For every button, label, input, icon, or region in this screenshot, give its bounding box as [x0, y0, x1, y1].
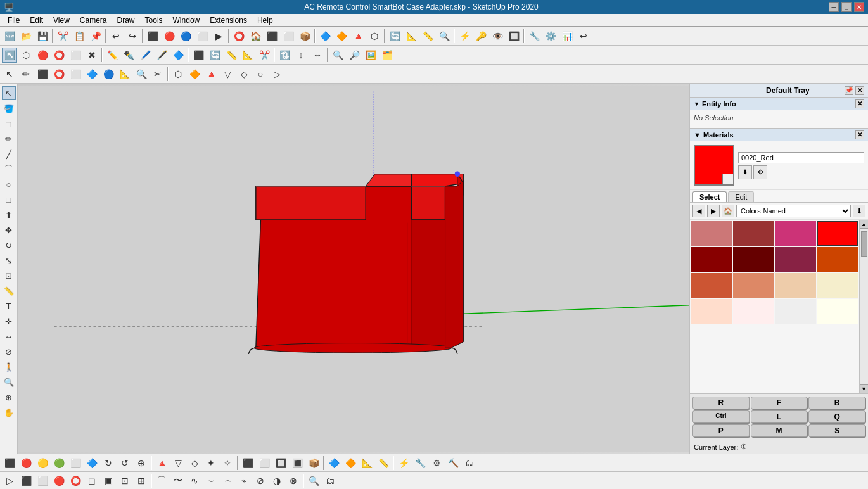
scale-btn[interactable]: ⤡ — [2, 253, 16, 267]
tb1-icon12[interactable]: 🔶 — [334, 29, 349, 44]
btb1-icon21[interactable]: 🔶 — [343, 455, 358, 471]
btb1-icon27[interactable]: 🔨 — [445, 455, 461, 471]
walk-btn[interactable]: 🚶 — [2, 360, 16, 374]
btb2-icon20[interactable]: 🗂 — [322, 473, 338, 488]
tb2-icon2[interactable]: 🔴 — [35, 48, 50, 63]
swatch-7[interactable] — [817, 247, 858, 272]
btb1-icon15[interactable]: ⬛ — [240, 455, 255, 471]
btb1-icon28[interactable]: 🗂 — [462, 455, 477, 471]
tb2-icon1[interactable]: ⬡ — [18, 48, 34, 63]
swatch-2[interactable] — [775, 221, 816, 246]
tb1-icon5[interactable]: ▶ — [211, 29, 226, 44]
tb2-icon17[interactable]: ↕️ — [293, 48, 309, 63]
tb1-icon25[interactable]: 📊 — [559, 29, 575, 44]
tb1-icon17[interactable]: 📏 — [420, 29, 435, 44]
new-btn[interactable]: 🆕 — [2, 29, 17, 44]
redo-btn[interactable]: ↪ — [125, 29, 140, 44]
tb1-icon8[interactable]: ⬛ — [264, 29, 279, 44]
move-btn[interactable]: ✥ — [2, 223, 16, 237]
btb2-icon12[interactable]: ∿ — [187, 473, 202, 488]
swatch-13[interactable] — [733, 299, 774, 324]
menu-draw[interactable]: Draw — [112, 15, 140, 26]
swatch-4[interactable] — [691, 247, 732, 272]
menu-window[interactable]: Window — [168, 15, 205, 26]
btb1-icon22[interactable]: 📐 — [359, 455, 374, 471]
tb3-icon15[interactable]: ◇ — [236, 67, 252, 82]
tb2-icon7[interactable]: ✒️ — [121, 48, 136, 63]
btb2-icon14[interactable]: ⌢ — [220, 473, 235, 488]
btb1-icon3[interactable]: 🟡 — [35, 455, 50, 471]
tb2-icon12[interactable]: 🔄 — [207, 48, 222, 63]
close-button[interactable]: ✕ — [854, 2, 864, 12]
swatch-15[interactable] — [817, 299, 858, 324]
tb2-icon5[interactable]: ✖ — [84, 48, 99, 63]
tb1-icon10[interactable]: 📦 — [297, 29, 312, 44]
pan-btn[interactable]: ✋ — [2, 405, 16, 419]
menu-edit[interactable]: Edit — [25, 15, 48, 26]
btb1-icon6[interactable]: 🔷 — [84, 455, 99, 471]
maximize-button[interactable]: □ — [841, 2, 852, 12]
r-key[interactable]: R — [692, 397, 750, 409]
q-key[interactable]: Q — [808, 410, 865, 423]
btb1-icon9[interactable]: ⊕ — [134, 455, 149, 471]
btb2-icon7[interactable]: ▣ — [101, 473, 116, 488]
tb1-icon3[interactable]: 🔵 — [178, 29, 193, 44]
tb1-icon21[interactable]: 👁️ — [490, 29, 505, 44]
btb2-icon3[interactable]: ⬜ — [35, 473, 50, 488]
tb1-icon13[interactable]: 🔺 — [350, 29, 366, 44]
tray-close-btn[interactable]: ✕ — [855, 86, 864, 95]
tb1-icon15[interactable]: 🔄 — [387, 29, 402, 44]
axis-btn[interactable]: ✛ — [2, 314, 16, 328]
tb1-icon16[interactable]: 📐 — [404, 29, 419, 44]
mat-tab-edit[interactable]: Edit — [728, 191, 754, 202]
btb2-icon19[interactable]: 🔍 — [306, 473, 321, 488]
tb1-icon7[interactable]: 🏠 — [248, 29, 263, 44]
swatch-1[interactable] — [733, 221, 774, 246]
tb1-icon4[interactable]: ⬜ — [195, 29, 210, 44]
swatch-9[interactable] — [733, 273, 774, 298]
tb3-icon4[interactable]: ⭕ — [51, 67, 67, 82]
btb1-icon16[interactable]: ⬜ — [257, 455, 272, 471]
arc-btn[interactable]: ⌒ — [2, 162, 16, 176]
minimize-button[interactable]: ─ — [829, 2, 839, 12]
tb3-icon5[interactable]: ⬜ — [68, 67, 83, 82]
btb2-icon17[interactable]: ◑ — [269, 473, 284, 488]
materials-header[interactable]: ▼ Materials ✕ — [690, 129, 868, 141]
select-tool-btn[interactable]: ↖ — [2, 86, 16, 100]
swatch-0[interactable] — [691, 221, 732, 246]
tb2-icon11[interactable]: ⬛ — [191, 48, 206, 63]
mat-tab-select[interactable]: Select — [692, 191, 727, 202]
p-key[interactable]: P — [692, 424, 750, 437]
entity-close-btn[interactable]: ✕ — [855, 99, 864, 108]
btb1-icon2[interactable]: 🔴 — [18, 455, 34, 471]
entity-info-header[interactable]: ▼ Entity Info ✕ — [690, 98, 868, 110]
l-key[interactable]: L — [751, 410, 808, 423]
btb1-icon12[interactable]: ◇ — [187, 455, 202, 471]
btb2-icon6[interactable]: ◻ — [84, 473, 99, 488]
btb2-icon11[interactable]: 〜 — [170, 473, 186, 488]
orbit-btn[interactable]: ⊕ — [2, 390, 16, 404]
text-btn[interactable]: T — [2, 299, 16, 313]
btb1-icon19[interactable]: 📦 — [306, 455, 321, 471]
btb1-icon18[interactable]: 🔳 — [290, 455, 305, 471]
btb2-icon8[interactable]: ⊡ — [117, 473, 132, 488]
menu-camera[interactable]: Camera — [75, 15, 112, 26]
open-btn[interactable]: 📂 — [18, 29, 34, 44]
tb2-icon15[interactable]: ✂️ — [257, 48, 272, 63]
tb2-icon21[interactable]: 🖼️ — [363, 48, 378, 63]
menu-extensions[interactable]: Extensions — [205, 15, 252, 26]
line-btn[interactable]: ╱ — [2, 147, 16, 161]
tb2-icon20[interactable]: 🔎 — [347, 48, 362, 63]
btb1-icon1[interactable]: ⬛ — [2, 455, 17, 471]
btb1-icon4[interactable]: 🟢 — [51, 455, 67, 471]
swatch-6[interactable] — [775, 247, 816, 272]
offset-btn[interactable]: ⊡ — [2, 269, 16, 283]
tb3-icon1[interactable]: ↖ — [2, 67, 17, 82]
tb2-icon4[interactable]: ⬜ — [68, 48, 83, 63]
scroll-thumb[interactable] — [861, 231, 867, 257]
push-pull-btn[interactable]: ⬆ — [2, 208, 16, 222]
tb3-icon12[interactable]: 🔶 — [187, 67, 202, 82]
tb1-icon9[interactable]: ⬜ — [281, 29, 296, 44]
tb3-icon9[interactable]: 🔍 — [134, 67, 149, 82]
tb2-icon3[interactable]: ⭕ — [51, 48, 67, 63]
